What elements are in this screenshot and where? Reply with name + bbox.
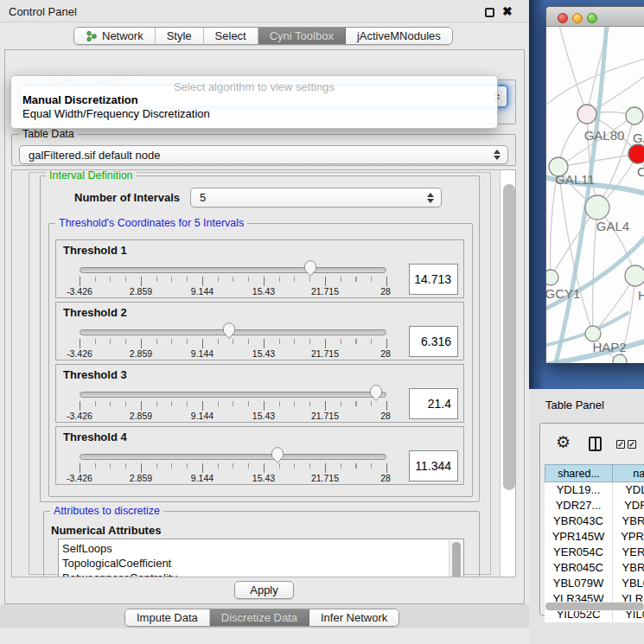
threshold-1-slider[interactable]: [80, 267, 386, 273]
node-gcy1[interactable]: [546, 270, 558, 285]
list-item[interactable]: TopologicalCoefficient: [62, 557, 171, 570]
number-of-intervals-label: Number of Intervals: [74, 191, 180, 204]
dropdown-option-manual[interactable]: Manual Discretization: [22, 93, 138, 106]
threshold-3-slider-thumb[interactable]: [369, 385, 383, 402]
table-row[interactable]: YBL079WYBL079W: [545, 576, 644, 591]
threshold-4-value-field[interactable]: [409, 450, 458, 481]
scale-label: 9.144: [191, 411, 214, 421]
numerical-attributes-heading: Numerical Attributes: [51, 524, 161, 537]
network-icon: [86, 30, 98, 42]
scale-label: 2.859: [130, 348, 152, 359]
node-gal4[interactable]: [585, 195, 609, 220]
scale-label: 9.144: [191, 473, 214, 483]
slider-ticks: [80, 277, 387, 286]
interval-definition-title: Interval Definition: [46, 169, 137, 182]
threshold-3-slider[interactable]: [80, 392, 386, 398]
network-window-titlebar[interactable]: [546, 7, 644, 27]
scale-label: 15.43: [252, 348, 275, 359]
node-label: GCY1: [546, 286, 580, 301]
scale-label: 2.859: [130, 411, 152, 421]
node-bottom[interactable]: [613, 354, 627, 363]
threshold-2-value-field[interactable]: [409, 326, 458, 357]
split-columns-icon[interactable]: [589, 437, 602, 451]
thresholds-group-title: Threshold's Coordinates for 5 Intervals: [55, 217, 247, 229]
vertical-scrollbar-thumb[interactable]: [503, 184, 515, 490]
window-minimize-icon[interactable]: [572, 13, 583, 23]
checkbox-icon[interactable]: ✓: [616, 440, 625, 449]
number-of-intervals-combobox[interactable]: 5: [190, 188, 442, 207]
window-close-icon[interactable]: [558, 13, 568, 23]
algorithm-dropdown-popup: Select algorithm to view settings Manual…: [10, 75, 498, 129]
network-canvas[interactable]: GAL80 GA C GAL11 GAL4 GCY1 H HAP2: [546, 27, 644, 363]
table-row[interactable]: YBR045CYBR045C: [545, 560, 644, 576]
threshold-4-slider-thumb[interactable]: [271, 447, 284, 464]
node-red-selected[interactable]: [628, 144, 644, 163]
table-header-row: shared... name: [545, 464, 644, 482]
top-tab-bar: Network Style Select Cyni Toolbox jActiv…: [73, 27, 453, 45]
network-view-window[interactable]: GAL80 GA C GAL11 GAL4 GCY1 H HAP2: [545, 6, 644, 362]
dropdown-option-equal-width[interactable]: Equal Width/Frequency Discretization: [22, 107, 210, 120]
node-label: GAL80: [584, 128, 625, 143]
list-scrollbar-thumb[interactable]: [452, 542, 461, 577]
node-h[interactable]: [625, 265, 644, 286]
control-panel-titlebar: Control Panel ✖: [0, 0, 529, 22]
float-window-icon[interactable]: [485, 8, 494, 17]
tab-select[interactable]: Select: [204, 28, 258, 44]
node-label: GA: [633, 131, 644, 145]
scale-label: 9.144: [191, 286, 214, 296]
window-zoom-icon[interactable]: [587, 13, 597, 23]
settings-scrollpane: Interval Definition Number of Intervals …: [11, 169, 516, 577]
scale-label: 15.43: [252, 286, 275, 296]
threshold-1-panel: Threshold 1 -3.426 2.859 9.144 15.43 21.…: [55, 239, 464, 298]
table-row[interactable]: YPR145WYPR145W: [545, 529, 644, 545]
close-icon[interactable]: ✖: [502, 4, 513, 18]
scale-label: -3.426: [67, 411, 92, 421]
apply-button[interactable]: Apply: [234, 581, 294, 599]
combo-arrows-icon: [427, 193, 435, 203]
dropdown-placeholder-item[interactable]: Select algorithm to view settings: [11, 80, 497, 93]
table-data-combobox[interactable]: galFiltered.sif default node: [19, 145, 508, 164]
gear-icon[interactable]: ⚙: [556, 434, 571, 450]
tab-infer-network[interactable]: Infer Network: [309, 609, 399, 626]
horizontal-scrollbar-thumb[interactable]: [545, 603, 644, 610]
list-item[interactable]: BetweennessCentrality: [62, 571, 177, 577]
column-header-name[interactable]: name: [613, 464, 644, 482]
horizontal-scrollbar[interactable]: [545, 602, 644, 611]
threshold-2-label: Threshold 2: [63, 306, 127, 319]
scale-label: 15.43: [252, 473, 275, 483]
column-header-shared-name[interactable]: shared...: [545, 464, 613, 482]
list-item[interactable]: SelfLoops: [62, 542, 112, 555]
threshold-1-value-field[interactable]: [409, 264, 458, 295]
number-of-intervals-value: 5: [200, 191, 206, 204]
bottom-tab-bar: Impute Data Discretize Data Infer Networ…: [124, 609, 399, 627]
tab-cyni-toolbox[interactable]: Cyni Toolbox: [258, 28, 346, 44]
control-panel: Control Panel ✖ Network Style Select Cyn…: [0, 0, 529, 644]
scale-label: 2.859: [130, 473, 152, 483]
scale-label: 21.715: [311, 411, 339, 421]
tab-jactivemnodules[interactable]: jActiveMNodules: [346, 28, 452, 44]
node-gal80[interactable]: [577, 105, 596, 124]
list-scrollbar[interactable]: [449, 540, 462, 577]
threshold-3-label: Threshold 3: [63, 368, 127, 381]
numerical-attributes-list: SelfLoops TopologicalCoefficient Between…: [58, 539, 464, 577]
threshold-1-slider-thumb[interactable]: [303, 260, 317, 277]
tab-style[interactable]: Style: [156, 28, 204, 44]
scale-label: 9.144: [191, 348, 214, 359]
threshold-2-slider-thumb[interactable]: [222, 322, 236, 340]
threshold-4-slider[interactable]: [80, 454, 386, 460]
threshold-3-value-field[interactable]: [409, 388, 458, 419]
table-row[interactable]: YBR043CYBR043C: [545, 513, 644, 529]
node-table: shared... name YDL19...YDL19... YDR27...…: [545, 464, 644, 622]
checkbox-icon[interactable]: ✓: [628, 440, 636, 449]
node-ga[interactable]: [626, 107, 643, 124]
tab-impute-data[interactable]: Impute Data: [125, 609, 210, 626]
vertical-scrollbar[interactable]: [500, 170, 516, 577]
table-row[interactable]: YER054CYER054C: [545, 545, 644, 560]
attributes-group-title: Attributes to discretize: [50, 505, 163, 517]
table-row[interactable]: YDL19...YDL19...: [545, 482, 644, 498]
slider-ticks: [80, 401, 387, 411]
threshold-4-label: Threshold 4: [63, 430, 127, 443]
table-row[interactable]: YDR27...YDR27...: [545, 498, 644, 513]
tab-discretize-data[interactable]: Discretize Data: [210, 609, 309, 626]
tab-network[interactable]: Network: [74, 28, 156, 44]
